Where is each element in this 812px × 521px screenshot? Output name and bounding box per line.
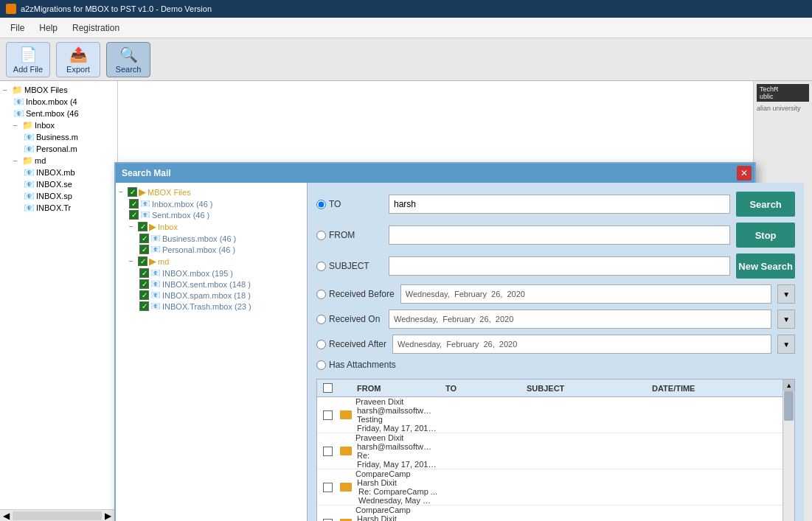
received-after-row: Received After ▼ xyxy=(316,335,795,354)
dialog-tree-personal[interactable]: ✓ 📧 Personal.mbox (46 ) xyxy=(119,244,304,255)
header-checkbox[interactable] xyxy=(323,383,333,393)
export-icon: 📤 xyxy=(69,46,88,63)
received-after-radio[interactable] xyxy=(316,340,326,349)
scroll-right-icon[interactable]: ▶ xyxy=(102,511,114,521)
has-attachments-radio-label[interactable]: Has Attachments xyxy=(316,360,396,370)
checkbox[interactable]: ✓ xyxy=(139,234,149,243)
dialog-tree-business[interactable]: ✓ 📧 Business.mbox (46 ) xyxy=(119,233,304,244)
results-header: FROM TO SUBJECT DATE/TIME xyxy=(317,380,782,397)
dialog-tree-inbox-mbox2[interactable]: ✓ 📧 INBOX.mbox (195 ) xyxy=(119,268,304,279)
tree-item-inbox-mb[interactable]: 📧 INBOX.mb xyxy=(3,167,114,178)
checkbox[interactable]: ✓ xyxy=(129,199,139,209)
dialog-tree-inbox-spam[interactable]: ✓ 📧 INBOX.spam.mbox (18 ) xyxy=(119,290,304,301)
left-panel-scrollbar[interactable]: ◀ ▶ xyxy=(0,509,114,521)
menu-help[interactable]: Help xyxy=(32,20,65,36)
table-row[interactable]: CompareCamp Harsh Dixit Re: CompareCamp … xyxy=(317,506,782,521)
tree-item-inbox-folder[interactable]: − 📁 Inbox xyxy=(3,119,114,131)
tree-item-inbox-mbox[interactable]: 📧 Inbox.mbox (4 xyxy=(3,96,114,108)
tree-item-personal[interactable]: 📧 Personal.m xyxy=(3,143,114,155)
checkbox[interactable]: ✓ xyxy=(138,222,148,231)
header-check[interactable] xyxy=(317,383,338,393)
received-before-radio-label[interactable]: Received Before xyxy=(316,289,395,299)
search-toolbar-button[interactable]: 🔍 Search xyxy=(106,42,150,77)
expand-icon: − xyxy=(129,223,136,231)
dialog-tree-md-folder[interactable]: − ✓ ▶ md xyxy=(119,255,304,268)
to-input[interactable] xyxy=(389,195,730,214)
tree-item-business[interactable]: 📧 Business.m xyxy=(3,131,114,143)
table-row[interactable]: CompareCamp Harsh Dixit Re: CompareCamp … xyxy=(317,469,782,506)
vertical-scrollbar[interactable]: ▲ ▼ xyxy=(782,380,794,521)
checkbox[interactable] xyxy=(323,519,333,522)
received-before-radio[interactable] xyxy=(316,290,326,299)
subject-input[interactable] xyxy=(389,256,730,276)
export-button[interactable]: 📤 Export xyxy=(56,42,100,77)
from-radio-label[interactable]: FROM xyxy=(316,230,383,240)
has-attachments-row: Has Attachments xyxy=(316,360,795,370)
dialog-tree-pane: − ✓ ▶ MBOX Files ✓ 📧 Inbox.mbox (46 ) ✓ … xyxy=(116,183,308,521)
checkbox[interactable]: ✓ xyxy=(139,279,149,289)
row-checkbox[interactable] xyxy=(317,447,338,456)
checkbox[interactable]: ✓ xyxy=(139,268,149,278)
menu-bar: File Help Registration xyxy=(0,18,812,38)
to-radio[interactable] xyxy=(316,200,326,209)
checkbox[interactable]: ✓ xyxy=(129,210,139,220)
received-on-calendar-btn[interactable]: ▼ xyxy=(777,310,795,329)
tree-item-mbox-files[interactable]: − 📁 MBOX Files xyxy=(3,84,114,96)
to-radio-label[interactable]: TO xyxy=(316,199,383,209)
dialog-tree-mbox-files[interactable]: − ✓ ▶ MBOX Files xyxy=(119,186,304,198)
stop-button[interactable]: Stop xyxy=(736,223,795,248)
dialog-tree-inbox-folder[interactable]: − ✓ ▶ Inbox xyxy=(119,220,304,233)
checkbox[interactable]: ✓ xyxy=(139,290,149,300)
dialog-tree-label: Inbox xyxy=(158,223,178,231)
dialog-tree-inbox-sent[interactable]: ✓ 📧 INBOX.sent.mbox (148 ) xyxy=(119,279,304,290)
row-checkbox[interactable] xyxy=(317,483,338,492)
row-checkbox[interactable] xyxy=(317,410,338,420)
tree-item-sent-mbox[interactable]: 📧 Sent.mbox (46 xyxy=(3,108,114,119)
tree-label: Inbox.mbox (4 xyxy=(26,97,77,106)
checkbox[interactable] xyxy=(323,483,333,492)
received-on-label: Received On xyxy=(329,314,380,324)
dialog-tree-sent-mbox[interactable]: ✓ 📧 Sent.mbox (46 ) xyxy=(119,209,304,220)
file-icon: 📧 xyxy=(140,199,150,209)
search-button[interactable]: Search xyxy=(736,192,795,217)
tree-item-inbox-se[interactable]: 📧 INBOX.se xyxy=(3,178,114,190)
checkbox-mbox-files[interactable]: ✓ xyxy=(128,187,137,197)
dialog-close-button[interactable]: ✕ xyxy=(737,166,752,181)
checkbox[interactable]: ✓ xyxy=(139,301,149,311)
received-on-input[interactable] xyxy=(389,310,771,329)
dialog-tree-inbox-trash[interactable]: ✓ 📧 INBOX.Trash.mbox (23 ) xyxy=(119,301,304,312)
main-area: − 📁 MBOX Files 📧 Inbox.mbox (4 📧 Sent.mb… xyxy=(0,81,812,521)
has-attachments-label: Has Attachments xyxy=(329,360,396,370)
has-attachments-radio[interactable] xyxy=(316,360,326,370)
from-radio[interactable] xyxy=(316,231,326,240)
received-after-input[interactable] xyxy=(392,335,771,354)
received-on-radio-label[interactable]: Received On xyxy=(316,314,383,324)
tree-item-inbox-sp[interactable]: 📧 INBOX.sp xyxy=(3,190,114,202)
new-search-button[interactable]: New Search xyxy=(736,253,795,279)
received-before-calendar-btn[interactable]: ▼ xyxy=(777,284,795,304)
scroll-up-btn[interactable]: ▲ xyxy=(783,380,794,391)
row-checkbox[interactable] xyxy=(317,519,338,522)
checkbox[interactable]: ✓ xyxy=(139,245,149,254)
search-toolbar-icon: 🔍 xyxy=(119,46,138,63)
table-row[interactable]: Praveen Dixit harsh@mailssoftware.o... R… xyxy=(317,433,782,469)
received-after-calendar-btn[interactable]: ▼ xyxy=(777,335,795,354)
menu-file[interactable]: File xyxy=(3,20,32,36)
from-input[interactable] xyxy=(389,225,730,245)
subject-radio-label[interactable]: SUBJECT xyxy=(316,261,383,271)
table-row[interactable]: Praveen Dixit harsh@mailssoftware.o... T… xyxy=(317,397,782,433)
received-after-radio-label[interactable]: Received After xyxy=(316,339,386,349)
checkbox[interactable] xyxy=(323,447,333,456)
folder-icon: ▶ xyxy=(149,256,156,267)
received-before-input[interactable] xyxy=(400,284,771,304)
tree-item-inbox-tr[interactable]: 📧 INBOX.Tr xyxy=(3,202,114,214)
checkbox[interactable] xyxy=(323,410,333,420)
received-on-radio[interactable] xyxy=(316,315,326,324)
menu-registration[interactable]: Registration xyxy=(65,20,127,36)
scroll-left-icon[interactable]: ◀ xyxy=(0,511,13,521)
add-file-button[interactable]: 📄 Add File xyxy=(6,42,50,77)
tree-item-md-folder[interactable]: − 📁 md xyxy=(3,155,114,167)
dialog-tree-inbox-mbox[interactable]: ✓ 📧 Inbox.mbox (46 ) xyxy=(119,198,304,209)
checkbox[interactable]: ✓ xyxy=(138,256,148,266)
subject-radio[interactable] xyxy=(316,262,326,271)
